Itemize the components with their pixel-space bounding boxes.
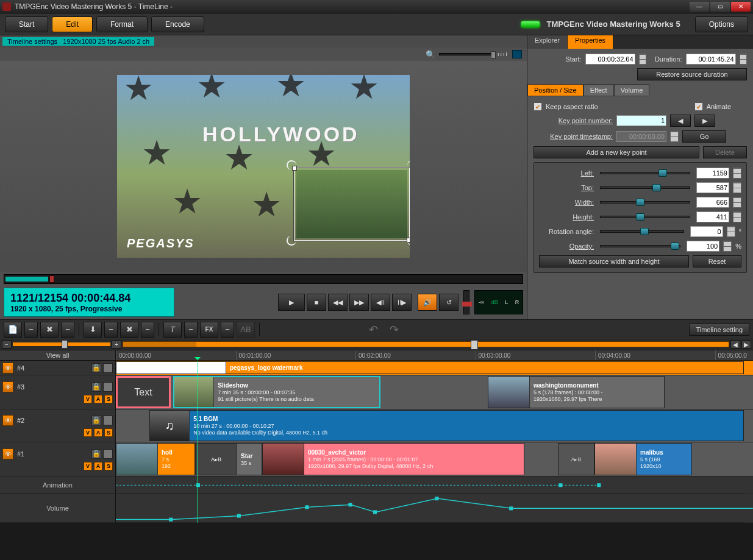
left-input[interactable]: [696, 168, 729, 179]
track3-audio-toggle[interactable]: A: [94, 395, 102, 403]
clip-malibu[interactable]: malibus5 s (1691920x10: [594, 443, 692, 475]
zoom-in-button[interactable]: +: [112, 340, 121, 349]
playhead[interactable]: [198, 361, 198, 523]
fx-tool-icon[interactable]: FX: [200, 322, 218, 338]
addclip-minus-icon[interactable]: −: [24, 322, 38, 338]
rotation-slider[interactable]: [600, 230, 684, 233]
export-minus-icon[interactable]: −: [141, 322, 154, 338]
volume-slider[interactable]: [463, 290, 469, 314]
step-back-button[interactable]: ◀II: [371, 294, 390, 311]
subtab-effect[interactable]: Effect: [583, 84, 614, 96]
clip-washington[interactable]: washingtonmonument5 s (178 frames) : 00:…: [488, 376, 665, 408]
tab-format[interactable]: Format: [96, 16, 148, 32]
track4-type-icon[interactable]: [103, 363, 113, 373]
stop-button[interactable]: ■: [307, 294, 326, 311]
track4-visibility-icon[interactable]: 👁: [2, 363, 13, 374]
removeclip-icon[interactable]: ✖: [40, 322, 59, 338]
view-all-button[interactable]: View all: [0, 350, 116, 360]
options-button[interactable]: Options: [695, 16, 748, 32]
clip-watermark[interactable]: pegasys_logo watermark: [116, 361, 744, 374]
tab-properties[interactable]: Properties: [568, 35, 613, 49]
export-icon[interactable]: ✖: [120, 322, 138, 338]
track2-audio-toggle[interactable]: A: [94, 428, 102, 437]
import-minus-icon[interactable]: −: [104, 322, 118, 338]
duration-spinner[interactable]: [740, 54, 747, 65]
volume-curve[interactable]: [116, 494, 753, 522]
restore-duration-button[interactable]: Restore source duration: [637, 68, 747, 80]
opacity-slider[interactable]: [600, 245, 680, 247]
track2-visibility-icon[interactable]: 👁: [2, 415, 13, 426]
selection-box[interactable]: [294, 168, 410, 241]
scrub-bar[interactable]: [4, 274, 523, 284]
track2-lock-icon[interactable]: 🔒: [91, 416, 101, 425]
track2-video-toggle[interactable]: V: [84, 428, 92, 437]
kp-prev-button[interactable]: ◀: [670, 115, 691, 127]
animate-checkbox[interactable]: ✔: [694, 102, 703, 111]
add-keypoint-button[interactable]: Add a new key point: [534, 146, 699, 158]
zoom-slider[interactable]: [439, 53, 494, 55]
clip-bgm[interactable]: ♫ 5.1 BGM10 min 27 s : 00:00:00 - 00:10:…: [149, 410, 744, 441]
duration-input[interactable]: [686, 54, 736, 65]
rotation-spinner[interactable]: [727, 226, 735, 237]
time-ruler[interactable]: 00:00:00.00 00:01:00.00 00:02:00.00 00:0…: [116, 350, 753, 360]
zoom-out-button[interactable]: −: [2, 340, 12, 349]
text-minus-icon[interactable]: −: [184, 322, 198, 338]
rotation-input[interactable]: [690, 226, 723, 237]
kp-number-input[interactable]: [616, 115, 666, 126]
top-slider[interactable]: [600, 186, 690, 189]
width-spinner[interactable]: [733, 197, 741, 208]
removeclip-minus-icon[interactable]: −: [61, 322, 74, 338]
top-spinner[interactable]: [733, 182, 741, 193]
tab-start[interactable]: Start: [5, 16, 48, 32]
loop-button[interactable]: ↺: [439, 294, 459, 311]
maximize-button[interactable]: ▭: [710, 2, 730, 12]
track4-lock-icon[interactable]: 🔒: [91, 363, 101, 373]
addclip-icon[interactable]: 📄: [4, 322, 22, 338]
speaker-button[interactable]: 🔊: [418, 294, 437, 311]
fastfwd-button[interactable]: ▶▶: [349, 294, 369, 311]
zoom-nav-right-button[interactable]: ▶: [741, 340, 751, 349]
minimize-button[interactable]: —: [690, 2, 709, 12]
track2-type-icon[interactable]: [103, 416, 113, 425]
clip-transition[interactable]: A▸B: [558, 443, 594, 475]
tab-encode[interactable]: Encode: [151, 16, 204, 32]
fullscreen-icon[interactable]: [512, 50, 522, 58]
clip-victor[interactable]: 00030_avchd_victor1 min 7 s (2025 frames…: [262, 443, 524, 475]
fx-minus-icon[interactable]: −: [221, 322, 234, 338]
text-tool-icon[interactable]: T: [163, 322, 182, 338]
track1-lock-icon[interactable]: 🔒: [91, 449, 101, 459]
tab-explorer[interactable]: Explorer: [527, 35, 568, 49]
track3-type-icon[interactable]: [103, 382, 113, 392]
height-spinner[interactable]: [733, 211, 741, 222]
zoom-track[interactable]: [123, 341, 729, 347]
track2-sub-toggle[interactable]: S: [104, 428, 113, 437]
zoom-nav-left-button[interactable]: ◀: [730, 340, 740, 349]
height-slider[interactable]: [600, 216, 690, 218]
start-spinner[interactable]: [639, 54, 646, 65]
clip-star[interactable]: A▸BStar35 s: [195, 443, 262, 475]
track1-audio-toggle[interactable]: A: [94, 462, 102, 470]
left-slider[interactable]: [600, 172, 690, 174]
clip-hollywood[interactable]: holl7 s192: [116, 443, 195, 475]
opacity-input[interactable]: [687, 241, 719, 252]
timeline-settings-chip[interactable]: Timeline settings 1920x1080 25 fps Audio…: [2, 37, 154, 46]
track1-type-icon[interactable]: [103, 449, 113, 459]
search-icon[interactable]: 🔍: [426, 50, 435, 59]
track1-sub-toggle[interactable]: S: [104, 462, 113, 470]
width-input[interactable]: [696, 197, 729, 208]
clip-text[interactable]: Text: [116, 376, 171, 408]
track3-video-toggle[interactable]: V: [84, 395, 92, 403]
animation-curve[interactable]: [116, 477, 753, 493]
match-source-button[interactable]: Match source width and height: [539, 255, 689, 268]
width-slider[interactable]: [600, 201, 690, 204]
track1-video-toggle[interactable]: V: [84, 462, 92, 470]
opacity-spinner[interactable]: [723, 241, 732, 252]
track3-lock-icon[interactable]: 🔒: [91, 382, 101, 392]
preview-canvas[interactable]: HOLLYWOOD PEGASYS ★ ★ ★ ★ ★ ★ ★ ★ ★: [117, 75, 410, 258]
rewind-button[interactable]: ◀◀: [328, 294, 348, 311]
subtab-position[interactable]: Position / Size: [527, 84, 583, 96]
start-input[interactable]: [585, 54, 635, 65]
import-icon[interactable]: ⬇: [84, 322, 102, 338]
tab-edit[interactable]: Edit: [52, 16, 93, 32]
close-button[interactable]: ✕: [731, 2, 751, 12]
